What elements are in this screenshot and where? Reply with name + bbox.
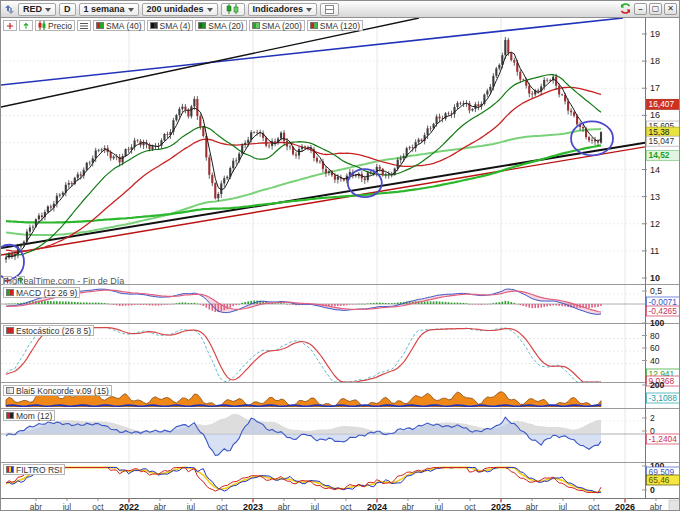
candle-body [418, 140, 420, 143]
axis-tick-label: oct [464, 502, 476, 511]
macd-hist-bar [125, 304, 127, 306]
legend-sma-label: SMA (4) [160, 21, 191, 31]
restore-button[interactable]: ▢ [649, 3, 662, 15]
candle-body [459, 103, 461, 104]
macd-hist-bar [466, 303, 468, 304]
macd-hist-bar [80, 302, 82, 304]
macd-hist-bar [244, 302, 246, 304]
macd-hist-bar [277, 303, 279, 304]
expand-pane-button[interactable] [19, 20, 33, 31]
axis-tick-label: jul [186, 502, 196, 511]
candle-body [208, 157, 210, 174]
macd-hist-bar [238, 304, 240, 305]
candle-body [591, 140, 593, 141]
macd-hist-bar [442, 302, 444, 304]
macd-hist-bar [59, 301, 61, 304]
plus-icon [6, 22, 14, 30]
candle-body [289, 147, 291, 148]
candle-body [298, 149, 300, 155]
candle-body [337, 177, 339, 180]
minimize-button[interactable]: – [634, 3, 647, 15]
axis-tick-label: 14 [650, 165, 660, 175]
candle-body [316, 158, 318, 162]
legend-price[interactable]: Precio [35, 20, 75, 31]
candle-body [283, 133, 285, 141]
candle-body [412, 147, 414, 148]
candle-body [181, 107, 183, 109]
macd-hist-bar [179, 303, 181, 304]
macd-hist-bar [597, 304, 599, 307]
candle-body [274, 141, 276, 142]
pane-label-macd[interactable]: MACD (12 26 9) [3, 287, 80, 298]
color-swatch-icon [6, 387, 14, 394]
macd-hist-bar [200, 304, 202, 305]
list-button[interactable] [77, 20, 91, 31]
macd-hist-bar [209, 304, 211, 309]
macd-hist-bar [197, 304, 199, 305]
axis-tick-label: 65,46 [649, 475, 670, 485]
symbol-selector[interactable]: RED [18, 3, 56, 16]
candle-body [385, 175, 387, 176]
candle-body [447, 113, 449, 114]
legend-sma-item[interactable]: SMA (120) [307, 20, 363, 31]
macd-hist-bar [131, 304, 133, 305]
macd-hist-bar [95, 303, 97, 304]
candle-body [128, 149, 130, 150]
close-button[interactable]: ✕ [664, 3, 677, 15]
candle-body [486, 91, 488, 95]
candle-body [471, 109, 473, 110]
color-swatch-icon [6, 412, 14, 419]
macd-hist-bar [170, 304, 172, 305]
legend-sma-item[interactable]: SMA (40) [93, 20, 144, 31]
macd-hist-bar [594, 304, 596, 307]
macd-hist-bar [47, 301, 49, 304]
pane-label-stoch[interactable]: Estocástico (26 8 5) [3, 325, 94, 336]
macd-hist-bar [358, 304, 360, 305]
add-object-button[interactable] [3, 20, 17, 31]
timeframe-selector[interactable]: 1 semana [79, 3, 139, 16]
scroll-sync-icon[interactable] [4, 4, 15, 15]
candle-body [125, 149, 127, 156]
macd-hist-bar [176, 303, 178, 304]
macd-hist-bar [397, 303, 399, 304]
macd-hist-bar [352, 304, 354, 305]
candle-body [280, 133, 282, 139]
legend-sma-item[interactable]: SMA (200) [249, 20, 305, 31]
candle-body [403, 156, 405, 158]
pane-label-text: Mom (12) [16, 411, 52, 421]
macd-hist-bar [232, 304, 234, 306]
macd-hist-bar [286, 304, 288, 305]
macd-hist-bar [98, 303, 100, 304]
resize-grip [669, 500, 680, 511]
macd-hist-bar [161, 304, 163, 305]
units-selector[interactable]: 200 unidades [142, 3, 218, 16]
macd-hist-bar [89, 303, 91, 304]
indicators-button[interactable]: Indicadores [248, 3, 318, 16]
pane-label-mom[interactable]: Mom (12) [3, 410, 55, 421]
candle-body [77, 174, 79, 177]
watermark: ProRealTime.com - Fin de Día [3, 276, 26, 287]
application-window: RED D 1 semana 200 unidades Indicadores … [0, 0, 680, 511]
axis-tick-label: 16 [650, 110, 660, 120]
pane-label-koncorde[interactable]: Blai5 Koncorde v.09 (15) [3, 385, 112, 396]
macd-hist-bar [600, 304, 602, 306]
macd-hist-bar [379, 303, 381, 304]
pane-label-rsi[interactable]: FILTRO RSI [3, 464, 65, 475]
legend-sma-item[interactable]: SMA (20) [195, 20, 246, 31]
macd-hist-bar [113, 304, 115, 305]
candle-body [80, 174, 82, 175]
price-chart-svg[interactable]: 19181716141312111016,40715,60515,3815,04… [1, 1, 680, 511]
legend-sma-item[interactable]: SMA (4) [147, 20, 194, 31]
candle-body [217, 194, 219, 198]
macd-hist-bar [588, 304, 590, 308]
chart-style-button[interactable] [221, 3, 245, 16]
layout-button[interactable] [320, 3, 339, 16]
axis-tick-label: 80 [650, 331, 660, 341]
axis-tick-label: 200 [650, 380, 665, 390]
candle-body [519, 72, 521, 80]
chevron-down-icon [207, 8, 213, 15]
candle-body [184, 107, 186, 110]
macd-hist-bar [555, 304, 557, 306]
daily-mode-button[interactable]: D [59, 3, 76, 16]
refresh-icon[interactable] [619, 2, 632, 15]
